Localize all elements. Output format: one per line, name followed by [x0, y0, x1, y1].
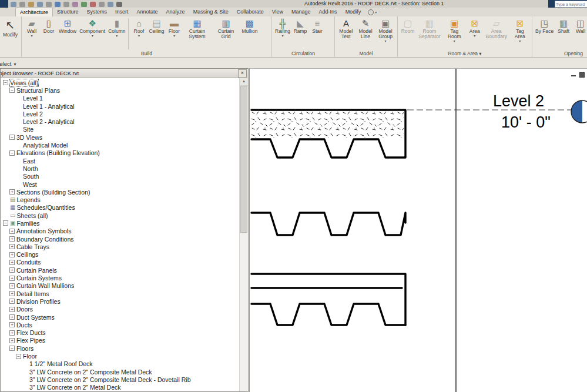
- close-icon[interactable]: ×: [238, 69, 247, 78]
- keyword-search-input[interactable]: [555, 1, 587, 8]
- panel-label[interactable]: Circulation: [272, 50, 334, 57]
- qat-icon[interactable]: [116, 2, 122, 7]
- scrollbar-thumb[interactable]: [240, 86, 247, 233]
- level-name-text[interactable]: Level 2: [493, 92, 544, 110]
- qat-icon[interactable]: [81, 2, 87, 7]
- tool-wall[interactable]: ▰Wall▾: [24, 18, 40, 38]
- tree-item[interactable]: +Conduits: [1, 259, 240, 266]
- tree-item[interactable]: −Floor: [1, 352, 240, 360]
- tree-item[interactable]: Level 1: [1, 95, 240, 102]
- tab-systems[interactable]: Systems: [83, 8, 112, 16]
- tab-analyze[interactable]: Analyze: [162, 8, 189, 16]
- application-menu-button[interactable]: [0, 0, 8, 8]
- tool-window[interactable]: ⊞Window: [58, 18, 78, 35]
- tool-door[interactable]: ▯Door: [41, 18, 57, 35]
- tree-item[interactable]: −Views (all): [1, 79, 240, 86]
- tab-structure[interactable]: Structure: [53, 8, 83, 16]
- tree-item[interactable]: +Boundary Conditions: [1, 235, 240, 243]
- tab-add-ins[interactable]: Add-Ins: [315, 8, 341, 16]
- tree-item[interactable]: +Curtain Wall Mullions: [1, 282, 240, 290]
- view-restore-icon[interactable]: [579, 72, 585, 78]
- tool-ramp[interactable]: ◣Ramp: [292, 18, 308, 35]
- deck2-flutes[interactable]: [251, 213, 405, 235]
- tool-shaft[interactable]: ▥Shaft: [555, 18, 572, 35]
- expand-icon[interactable]: +: [9, 276, 15, 281]
- qat-icon[interactable]: [72, 2, 78, 7]
- panel-label[interactable]: Room & Area ▾: [398, 50, 532, 57]
- tree-item[interactable]: ▤Legends: [1, 196, 240, 203]
- expand-icon[interactable]: +: [9, 189, 15, 195]
- qat-icon[interactable]: [11, 2, 16, 7]
- tool-component[interactable]: ❖Component▾: [78, 18, 106, 38]
- tree-item[interactable]: Site: [1, 126, 240, 133]
- tool-tag-room[interactable]: ▣Tag Room▾: [443, 18, 466, 43]
- tool-tag-area[interactable]: ⊠Tag Area▾: [510, 18, 530, 43]
- tree-item[interactable]: East: [1, 157, 240, 165]
- tool-ceiling[interactable]: ▤Ceiling: [147, 18, 165, 35]
- tree-item[interactable]: Level 2: [1, 110, 240, 118]
- expand-icon[interactable]: +: [9, 252, 15, 257]
- collapse-icon[interactable]: −: [9, 88, 15, 93]
- tool-model-group[interactable]: ▣Model Group▾: [375, 18, 395, 43]
- expand-icon[interactable]: +: [9, 267, 15, 273]
- tree-item[interactable]: 3" LW Concrete on 2" Metal Deck: [1, 384, 240, 391]
- tab-view[interactable]: View: [268, 8, 287, 16]
- modify-button[interactable]: ↖ Modify: [2, 18, 19, 38]
- qat-icon[interactable]: [108, 2, 113, 7]
- tab-architecture[interactable]: Architecture: [15, 8, 53, 16]
- tree-item[interactable]: West: [1, 180, 240, 188]
- tree-item[interactable]: ▦Schedules/Quantities: [1, 204, 240, 212]
- browser-scrollbar[interactable]: ▲: [239, 78, 248, 391]
- tree-item[interactable]: +Annotation Symbols: [1, 227, 240, 235]
- expand-icon[interactable]: +: [9, 307, 15, 312]
- expand-icon[interactable]: +: [9, 236, 15, 242]
- tree-item[interactable]: North: [1, 165, 240, 172]
- tree-item[interactable]: +Sections (Building Section): [1, 188, 240, 196]
- tool-floor[interactable]: ▬Floor▾: [166, 18, 182, 38]
- panel-label[interactable]: Opening: [532, 50, 587, 57]
- tree-item[interactable]: 3" LW Concrete on 2" Composite Metal Dec…: [1, 376, 240, 383]
- deck1-flutes[interactable]: [251, 139, 405, 158]
- tool-curtain-grid[interactable]: ▥Curtain Grid: [212, 18, 240, 40]
- expand-icon[interactable]: +: [9, 283, 15, 289]
- tree-item[interactable]: Level 1 - Analytical: [1, 102, 240, 110]
- tab-manage[interactable]: Manage: [287, 8, 315, 16]
- tree-item[interactable]: +Division Profiles: [1, 297, 240, 305]
- tool-curtain-system[interactable]: ▦Curtain System: [183, 18, 211, 40]
- collapse-icon[interactable]: −: [9, 346, 15, 351]
- tool-stair[interactable]: ≡Stair: [309, 18, 326, 35]
- tab-collaborate[interactable]: Collaborate: [233, 8, 268, 16]
- view-minimize-icon[interactable]: [571, 75, 576, 76]
- level-elevation-text[interactable]: 10' - 0": [501, 113, 551, 131]
- collapse-icon[interactable]: −: [9, 150, 15, 156]
- tool-model-line[interactable]: ✎Model Line: [356, 18, 375, 40]
- deck3-flutes[interactable]: [251, 304, 405, 325]
- tree-item[interactable]: +Flex Ducts: [1, 329, 240, 337]
- tree-item[interactable]: +Curtain Panels: [1, 266, 240, 274]
- tab-modify[interactable]: Modify: [341, 8, 365, 16]
- qat-icon[interactable]: [19, 2, 25, 7]
- collapse-icon[interactable]: −: [9, 135, 15, 140]
- tree-item[interactable]: 1 1/2" Metal Roof Deck: [1, 360, 240, 368]
- tree-item[interactable]: +Duct Systems: [1, 313, 240, 321]
- expand-icon[interactable]: +: [9, 260, 15, 265]
- tab-insert[interactable]: Insert: [111, 8, 133, 16]
- qat-icon[interactable]: [99, 2, 105, 7]
- expand-icon[interactable]: +: [9, 299, 15, 304]
- panel-label[interactable]: Model: [335, 50, 397, 57]
- tool-wall[interactable]: ◫Wall: [572, 18, 587, 35]
- qat-icon[interactable]: [28, 2, 34, 7]
- tree-item[interactable]: Analytical Model: [1, 141, 240, 149]
- qat-icon[interactable]: [63, 2, 69, 7]
- tool-roof[interactable]: ⌂Roof▾: [130, 18, 147, 38]
- expand-icon[interactable]: +: [9, 229, 15, 234]
- qat-icon[interactable]: [90, 2, 96, 7]
- expand-icon[interactable]: +: [9, 330, 15, 336]
- expand-icon[interactable]: +: [9, 338, 15, 343]
- expand-icon[interactable]: +: [9, 244, 15, 249]
- collapse-icon[interactable]: −: [3, 220, 8, 226]
- tree-item[interactable]: −3D Views: [1, 133, 240, 141]
- tab-annotate[interactable]: Annotate: [133, 8, 162, 16]
- tree-item[interactable]: −Floors: [1, 344, 240, 352]
- qat-icon[interactable]: [55, 2, 61, 7]
